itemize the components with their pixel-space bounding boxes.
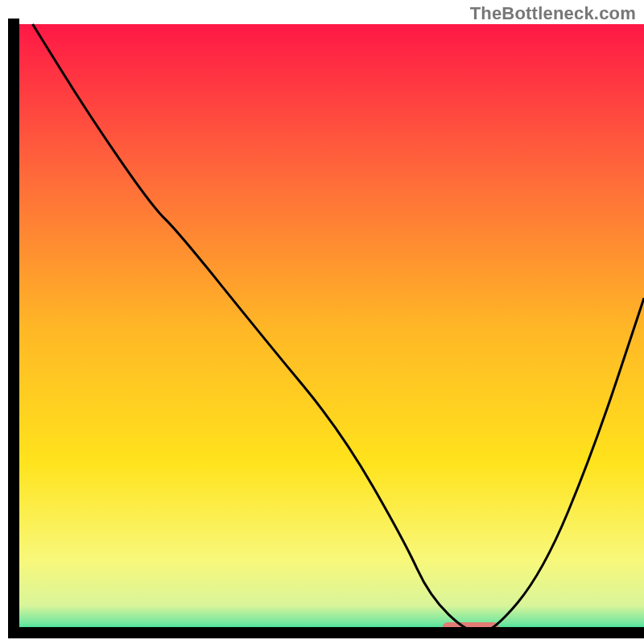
bottleneck-chart: [0, 0, 644, 644]
chart-container: TheBottleneck.com: [0, 0, 644, 644]
watermark-text: TheBottleneck.com: [470, 3, 636, 24]
plot-background: [14, 24, 644, 633]
